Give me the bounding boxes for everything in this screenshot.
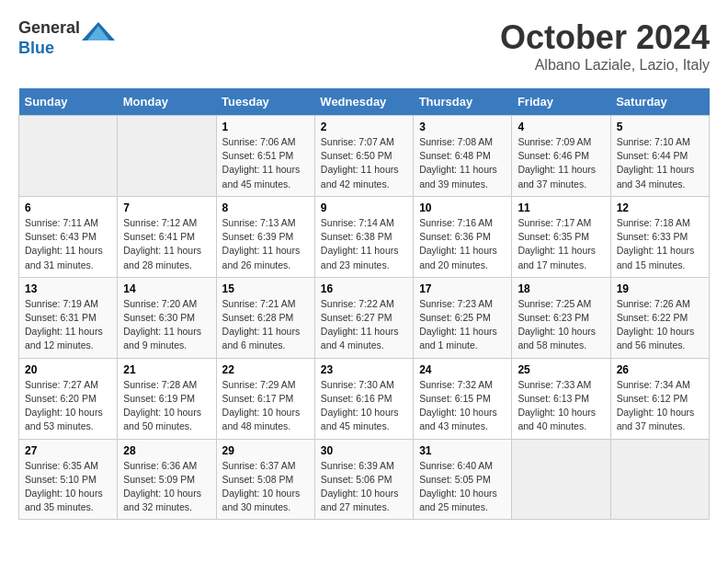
calendar-table: SundayMondayTuesdayWednesdayThursdayFrid… (18, 88, 710, 520)
logo-blue: Blue (18, 39, 54, 57)
logo-icon (82, 18, 115, 44)
day-number: 24 (419, 363, 506, 376)
day-info: Sunrise: 7:34 AMSunset: 6:12 PMDaylight:… (617, 378, 703, 434)
day-cell: 21Sunrise: 7:28 AMSunset: 6:19 PMDayligh… (118, 358, 216, 439)
header-day-wednesday: Wednesday (314, 88, 413, 116)
week-row-3: 13Sunrise: 7:19 AMSunset: 6:31 PMDayligh… (19, 277, 710, 358)
day-number: 13 (25, 282, 111, 295)
logo-general: General (18, 18, 80, 37)
day-info: Sunrise: 7:08 AMSunset: 6:48 PMDaylight:… (419, 135, 506, 191)
day-cell: 24Sunrise: 7:32 AMSunset: 6:15 PMDayligh… (414, 358, 512, 439)
day-info: Sunrise: 6:36 AMSunset: 5:09 PMDaylight:… (123, 459, 210, 515)
page-header: General Blue October 2024 Albano Laziale… (18, 18, 710, 74)
day-cell: 1Sunrise: 7:06 AMSunset: 6:51 PMDaylight… (216, 116, 314, 197)
day-cell: 11Sunrise: 7:17 AMSunset: 6:35 PMDayligh… (512, 196, 610, 277)
day-cell (512, 439, 610, 520)
header-day-thursday: Thursday (414, 88, 512, 116)
day-number: 25 (518, 363, 604, 376)
day-info: Sunrise: 7:30 AMSunset: 6:16 PMDaylight:… (321, 378, 407, 434)
day-number: 4 (518, 121, 604, 133)
day-info: Sunrise: 7:21 AMSunset: 6:28 PMDaylight:… (222, 297, 309, 353)
day-info: Sunrise: 6:40 AMSunset: 5:05 PMDaylight:… (419, 459, 506, 515)
day-cell: 4Sunrise: 7:09 AMSunset: 6:46 PMDaylight… (512, 116, 610, 197)
day-info: Sunrise: 7:28 AMSunset: 6:19 PMDaylight:… (123, 378, 210, 434)
day-info: Sunrise: 7:32 AMSunset: 6:15 PMDaylight:… (419, 378, 506, 434)
day-cell: 12Sunrise: 7:18 AMSunset: 6:33 PMDayligh… (610, 196, 709, 277)
day-number: 22 (222, 363, 309, 376)
day-cell: 3Sunrise: 7:08 AMSunset: 6:48 PMDaylight… (414, 116, 512, 197)
title-area: October 2024 Albano Laziale, Lazio, Ital… (500, 18, 710, 74)
logo: General Blue (18, 18, 113, 59)
day-info: Sunrise: 7:20 AMSunset: 6:30 PMDaylight:… (123, 297, 210, 353)
day-info: Sunrise: 7:12 AMSunset: 6:41 PMDaylight:… (123, 216, 210, 272)
day-info: Sunrise: 7:07 AMSunset: 6:50 PMDaylight:… (321, 135, 407, 191)
day-number: 26 (617, 363, 703, 376)
location: Albano Laziale, Lazio, Italy (500, 57, 710, 74)
day-info: Sunrise: 7:27 AMSunset: 6:20 PMDaylight:… (25, 378, 111, 434)
day-cell: 27Sunrise: 6:35 AMSunset: 5:10 PMDayligh… (19, 439, 118, 520)
day-info: Sunrise: 7:29 AMSunset: 6:17 PMDaylight:… (222, 378, 309, 434)
day-cell: 9Sunrise: 7:14 AMSunset: 6:38 PMDaylight… (314, 196, 413, 277)
day-number: 23 (321, 363, 407, 376)
day-info: Sunrise: 7:11 AMSunset: 6:43 PMDaylight:… (25, 216, 111, 272)
day-info: Sunrise: 7:25 AMSunset: 6:23 PMDaylight:… (518, 297, 604, 353)
day-info: Sunrise: 7:23 AMSunset: 6:25 PMDaylight:… (419, 297, 506, 353)
day-cell: 6Sunrise: 7:11 AMSunset: 6:43 PMDaylight… (19, 196, 118, 277)
day-info: Sunrise: 7:19 AMSunset: 6:31 PMDaylight:… (25, 297, 111, 353)
day-cell: 5Sunrise: 7:10 AMSunset: 6:44 PMDaylight… (610, 116, 709, 197)
day-info: Sunrise: 7:26 AMSunset: 6:22 PMDaylight:… (617, 297, 703, 353)
week-row-1: 1Sunrise: 7:06 AMSunset: 6:51 PMDaylight… (19, 116, 710, 197)
header-day-sunday: Sunday (19, 88, 118, 116)
week-row-2: 6Sunrise: 7:11 AMSunset: 6:43 PMDaylight… (19, 196, 710, 277)
day-cell: 8Sunrise: 7:13 AMSunset: 6:39 PMDaylight… (216, 196, 314, 277)
day-number: 2 (321, 121, 407, 133)
day-cell: 28Sunrise: 6:36 AMSunset: 5:09 PMDayligh… (118, 439, 216, 520)
day-number: 16 (321, 282, 407, 295)
day-number: 21 (123, 363, 210, 376)
day-cell: 23Sunrise: 7:30 AMSunset: 6:16 PMDayligh… (314, 358, 413, 439)
day-number: 15 (222, 282, 309, 295)
week-row-4: 20Sunrise: 7:27 AMSunset: 6:20 PMDayligh… (19, 358, 710, 439)
day-info: Sunrise: 7:22 AMSunset: 6:27 PMDaylight:… (321, 297, 407, 353)
header-day-friday: Friday (512, 88, 610, 116)
day-cell: 20Sunrise: 7:27 AMSunset: 6:20 PMDayligh… (19, 358, 118, 439)
week-row-5: 27Sunrise: 6:35 AMSunset: 5:10 PMDayligh… (19, 439, 710, 520)
day-cell: 16Sunrise: 7:22 AMSunset: 6:27 PMDayligh… (314, 277, 413, 358)
day-info: Sunrise: 6:39 AMSunset: 5:06 PMDaylight:… (321, 459, 407, 515)
day-info: Sunrise: 7:06 AMSunset: 6:51 PMDaylight:… (222, 135, 309, 191)
day-info: Sunrise: 7:09 AMSunset: 6:46 PMDaylight:… (518, 135, 604, 191)
day-number: 1 (222, 121, 309, 133)
day-cell: 30Sunrise: 6:39 AMSunset: 5:06 PMDayligh… (314, 439, 413, 520)
day-number: 14 (123, 282, 210, 295)
day-number: 29 (222, 444, 309, 457)
calendar-body: 1Sunrise: 7:06 AMSunset: 6:51 PMDaylight… (19, 116, 710, 520)
day-cell: 17Sunrise: 7:23 AMSunset: 6:25 PMDayligh… (414, 277, 512, 358)
day-info: Sunrise: 6:37 AMSunset: 5:08 PMDaylight:… (222, 459, 309, 515)
day-number: 18 (518, 282, 604, 295)
day-cell: 25Sunrise: 7:33 AMSunset: 6:13 PMDayligh… (512, 358, 610, 439)
header-day-monday: Monday (118, 88, 216, 116)
day-cell: 26Sunrise: 7:34 AMSunset: 6:12 PMDayligh… (610, 358, 709, 439)
day-cell: 13Sunrise: 7:19 AMSunset: 6:31 PMDayligh… (19, 277, 118, 358)
day-number: 5 (617, 121, 703, 133)
day-cell: 15Sunrise: 7:21 AMSunset: 6:28 PMDayligh… (216, 277, 314, 358)
day-number: 30 (321, 444, 407, 457)
day-info: Sunrise: 7:33 AMSunset: 6:13 PMDaylight:… (518, 378, 604, 434)
day-cell: 31Sunrise: 6:40 AMSunset: 5:05 PMDayligh… (414, 439, 512, 520)
day-cell: 22Sunrise: 7:29 AMSunset: 6:17 PMDayligh… (216, 358, 314, 439)
day-number: 10 (419, 201, 506, 214)
day-info: Sunrise: 7:13 AMSunset: 6:39 PMDaylight:… (222, 216, 309, 272)
day-number: 20 (25, 363, 111, 376)
day-number: 12 (617, 201, 703, 214)
day-number: 7 (123, 201, 210, 214)
day-number: 8 (222, 201, 309, 214)
day-number: 27 (25, 444, 111, 457)
day-info: Sunrise: 7:18 AMSunset: 6:33 PMDaylight:… (617, 216, 703, 272)
header-day-tuesday: Tuesday (216, 88, 314, 116)
day-info: Sunrise: 7:16 AMSunset: 6:36 PMDaylight:… (419, 216, 506, 272)
calendar-header: SundayMondayTuesdayWednesdayThursdayFrid… (19, 88, 710, 116)
month-title: October 2024 (500, 18, 710, 57)
day-number: 9 (321, 201, 407, 214)
day-number: 6 (25, 201, 111, 214)
day-cell: 7Sunrise: 7:12 AMSunset: 6:41 PMDaylight… (118, 196, 216, 277)
